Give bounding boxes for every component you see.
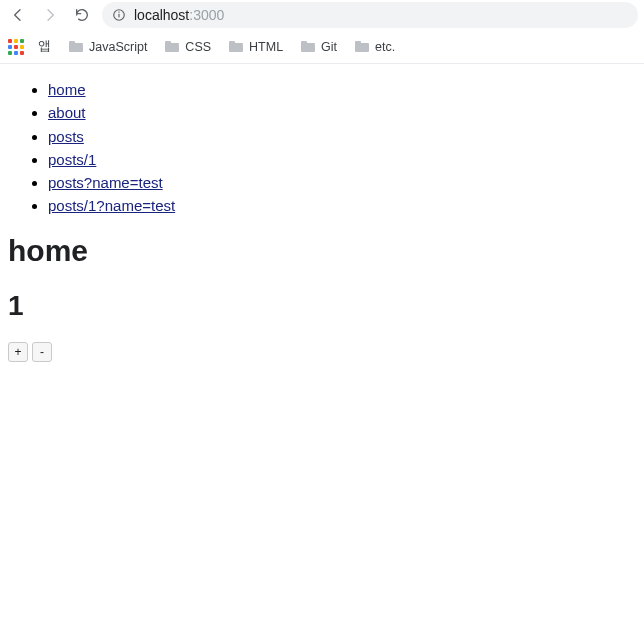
nav-link[interactable]: posts/1 (48, 151, 96, 168)
nav-link[interactable]: about (48, 104, 86, 121)
arrow-left-icon (10, 7, 26, 23)
list-item: posts?name=test (48, 171, 636, 194)
reload-icon (74, 7, 90, 23)
bookmark-label: HTML (249, 40, 283, 54)
back-button[interactable] (6, 3, 30, 27)
bookmark-label: JavaScript (89, 40, 147, 54)
url-text: localhost:3000 (134, 7, 224, 23)
counter-value: 1 (8, 290, 636, 322)
address-bar[interactable]: localhost:3000 (102, 2, 638, 28)
list-item: about (48, 101, 636, 124)
nav-link-list: homeaboutpostsposts/1posts?name=testpost… (8, 78, 636, 218)
folder-icon (301, 41, 315, 52)
decrement-button[interactable]: - (32, 342, 52, 362)
bookmark-label: etc. (375, 40, 395, 54)
bookmark-item[interactable]: HTML (229, 38, 283, 55)
bookmark-label: CSS (185, 40, 211, 54)
bookmark-item[interactable]: Git (301, 38, 337, 55)
counter-controls: + - (8, 342, 636, 362)
list-item: posts (48, 125, 636, 148)
bookmark-item[interactable]: JavaScript (69, 38, 147, 55)
folder-icon (355, 41, 369, 52)
nav-link[interactable]: posts (48, 128, 84, 145)
folder-icon (69, 41, 83, 52)
page-content: homeaboutpostsposts/1posts?name=testpost… (0, 64, 644, 382)
browser-toolbar: localhost:3000 (0, 0, 644, 30)
forward-button[interactable] (38, 3, 62, 27)
bookmark-item[interactable]: CSS (165, 38, 211, 55)
bookmark-label: Git (321, 40, 337, 54)
list-item: posts/1 (48, 148, 636, 171)
nav-link[interactable]: posts?name=test (48, 174, 163, 191)
bookmark-item[interactable]: etc. (355, 38, 395, 55)
page-title: home (8, 234, 636, 268)
list-item: posts/1?name=test (48, 194, 636, 217)
reload-button[interactable] (70, 3, 94, 27)
bookmarks-bar: 앱JavaScriptCSSHTMLGitetc. (0, 30, 644, 64)
list-item: home (48, 78, 636, 101)
nav-link[interactable]: home (48, 81, 86, 98)
url-host: localhost (134, 7, 189, 23)
site-info-icon[interactable] (112, 8, 126, 22)
folder-icon (165, 41, 179, 52)
increment-button[interactable]: + (8, 342, 28, 362)
bookmark-item[interactable]: 앱 (38, 38, 51, 55)
bookmark-label: 앱 (38, 38, 51, 55)
nav-link[interactable]: posts/1?name=test (48, 197, 175, 214)
arrow-right-icon (42, 7, 58, 23)
apps-icon[interactable] (8, 39, 24, 55)
svg-rect-1 (118, 14, 119, 17)
url-port: :3000 (189, 7, 224, 23)
folder-icon (229, 41, 243, 52)
svg-rect-2 (118, 12, 119, 13)
